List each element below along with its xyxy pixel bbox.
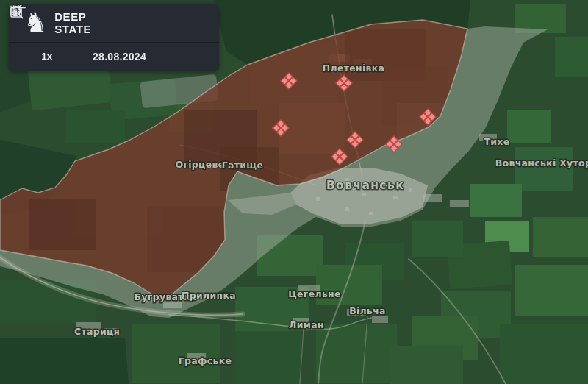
map-label-vilcha: Вільча (349, 305, 386, 316)
map-label-starytsia: Стариця (74, 326, 120, 337)
deepstate-map-app: ПлетенівкаТихеВовчанські ХуториОгірцевеГ… (0, 0, 588, 384)
map-label-hatyshche: Гатище (222, 160, 264, 171)
deepstate-logo-text: DEEP STATE (54, 11, 91, 35)
current-date[interactable]: 28.08.2024 (93, 51, 146, 63)
converge-arrows-icon (9, 4, 26, 17)
map-label-tykhe: Тихе (484, 136, 509, 147)
map-label-ohirtseve: Огірцеве (176, 159, 225, 170)
map-label-vovchansk: Вовчанськ (326, 179, 404, 192)
control-panel: ♞ DEEP STATE 1x (9, 4, 219, 71)
map-label-lyman: Лиман (289, 319, 324, 330)
timeline-controls: 1x 28.08.2024 (9, 43, 219, 70)
map-label-tsehelne: Цегельне (288, 288, 341, 299)
logo-line-2: STATE (54, 24, 91, 35)
map-label-vovchanski-khutory: Вовчанські Хутори (495, 157, 588, 168)
panel-header: ♞ DEEP STATE (9, 4, 219, 42)
logo-line-1: DEEP (54, 11, 91, 23)
map-label-prylipka: Прилипка (182, 290, 236, 301)
deepstate-knight-logo-icon: ♞ (24, 9, 48, 36)
map-label-pletenivka: Плетенівка (323, 63, 385, 74)
map-label-hrafske: Графське (179, 355, 232, 366)
speed-button[interactable]: 1x (41, 51, 52, 62)
